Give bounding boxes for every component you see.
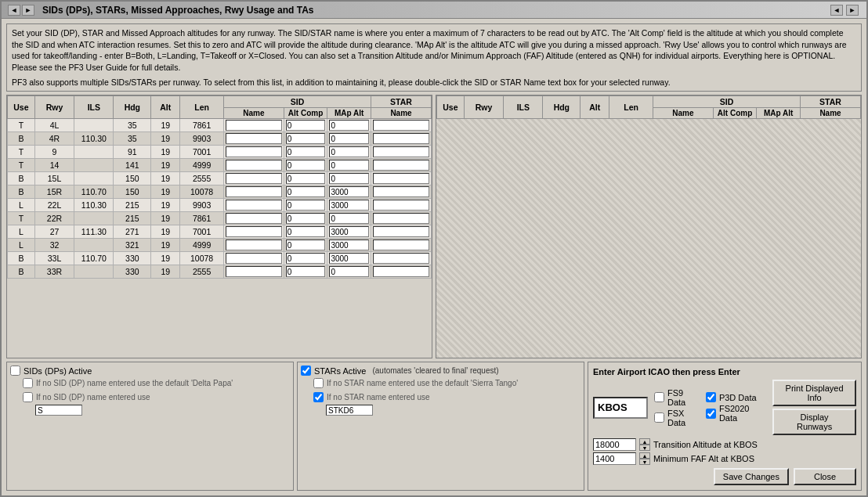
sid-mapalt-input[interactable] — [329, 226, 369, 237]
cell-sid-name[interactable] — [223, 185, 284, 199]
cell-sid-name[interactable] — [223, 146, 284, 159]
min-faf-spinner[interactable]: ▲ ▼ — [639, 452, 650, 465]
cell-sid-altcomp[interactable] — [284, 119, 327, 132]
sid-altcomp-input[interactable] — [286, 239, 326, 250]
star-name-input[interactable] — [373, 120, 429, 131]
cell-star-name[interactable] — [371, 185, 432, 199]
no-star-use-checkbox[interactable] — [313, 392, 324, 402]
min-faf-input[interactable] — [593, 452, 636, 465]
cell-sid-name[interactable] — [223, 119, 284, 132]
star-name-input[interactable] — [373, 213, 429, 224]
cell-star-name[interactable] — [371, 265, 432, 279]
sid-altcomp-input[interactable] — [286, 200, 326, 211]
sid-name-input[interactable] — [226, 133, 282, 144]
cell-sid-name[interactable] — [223, 132, 284, 146]
cell-sid-mapalt[interactable] — [327, 146, 371, 159]
cell-sid-altcomp[interactable] — [284, 212, 327, 225]
sid-name-input[interactable] — [226, 160, 282, 171]
cell-sid-name[interactable] — [223, 212, 284, 225]
sid-altcomp-input[interactable] — [286, 253, 326, 264]
cell-sid-altcomp[interactable] — [284, 185, 327, 199]
close-button[interactable]: Close — [794, 468, 856, 485]
sid-altcomp-input[interactable] — [286, 146, 326, 157]
sid-altcomp-input[interactable] — [286, 226, 326, 237]
sid-altcomp-input[interactable] — [286, 266, 326, 277]
sid-mapalt-input[interactable] — [329, 173, 369, 184]
star-name-input[interactable] — [373, 146, 429, 157]
sid-mapalt-input[interactable] — [329, 186, 369, 197]
left-table-container[interactable]: Use Rwy ILS Hdg Alt Len SID STAR Name — [7, 95, 432, 358]
cell-sid-altcomp[interactable] — [284, 225, 327, 239]
cell-sid-mapalt[interactable] — [327, 225, 371, 239]
sid-name-input[interactable] — [226, 120, 282, 131]
cell-sid-mapalt[interactable] — [327, 159, 371, 172]
minimize-btn[interactable]: ◄ — [830, 5, 843, 16]
cell-sid-name[interactable] — [223, 239, 284, 252]
sid-altcomp-input[interactable] — [286, 133, 326, 144]
sid-name-input[interactable] — [226, 213, 282, 224]
cell-sid-altcomp[interactable] — [284, 252, 327, 265]
p3d-checkbox[interactable] — [706, 392, 716, 402]
cell-sid-name[interactable] — [223, 265, 284, 279]
no-sid-use-input[interactable] — [35, 405, 82, 416]
sid-name-input[interactable] — [226, 186, 282, 197]
cell-sid-altcomp[interactable] — [284, 172, 327, 185]
fsx-checkbox[interactable] — [654, 412, 664, 423]
cell-sid-mapalt[interactable] — [327, 252, 371, 265]
cell-sid-altcomp[interactable] — [284, 239, 327, 252]
cell-sid-mapalt[interactable] — [327, 239, 371, 252]
cell-sid-mapalt[interactable] — [327, 132, 371, 146]
cell-sid-name[interactable] — [223, 172, 284, 185]
transition-altitude-spinner[interactable]: ▲ ▼ — [639, 438, 650, 451]
sid-name-input[interactable] — [226, 146, 282, 157]
star-name-input[interactable] — [373, 160, 429, 171]
cell-star-name[interactable] — [371, 199, 432, 212]
sid-name-input[interactable] — [226, 266, 282, 277]
save-changes-button[interactable]: Save Changes — [714, 468, 789, 485]
title-bar-right-btn[interactable]: ► — [22, 5, 34, 16]
cell-sid-mapalt[interactable] — [327, 172, 371, 185]
sid-name-input[interactable] — [226, 239, 282, 250]
star-name-input[interactable] — [373, 266, 429, 277]
cell-sid-name[interactable] — [223, 159, 284, 172]
cell-star-name[interactable] — [371, 132, 432, 146]
cell-sid-mapalt[interactable] — [327, 265, 371, 279]
cell-sid-altcomp[interactable] — [284, 132, 327, 146]
star-name-input[interactable] — [373, 200, 429, 211]
sid-altcomp-input[interactable] — [286, 120, 326, 131]
sid-altcomp-input[interactable] — [286, 173, 326, 184]
star-name-input[interactable] — [373, 253, 429, 264]
cell-sid-altcomp[interactable] — [284, 146, 327, 159]
sid-mapalt-input[interactable] — [329, 133, 369, 144]
star-name-input[interactable] — [373, 186, 429, 197]
min-faf-up[interactable]: ▲ — [639, 452, 650, 459]
fs2020-checkbox[interactable] — [706, 409, 716, 419]
cell-sid-mapalt[interactable] — [327, 212, 371, 225]
fs9-checkbox[interactable] — [654, 392, 664, 402]
sid-mapalt-input[interactable] — [329, 213, 369, 224]
sid-name-input[interactable] — [226, 200, 282, 211]
cell-star-name[interactable] — [371, 252, 432, 265]
transition-altitude-input[interactable] — [593, 438, 636, 451]
no-star-use-input[interactable] — [326, 405, 373, 416]
cell-sid-mapalt[interactable] — [327, 199, 371, 212]
cell-sid-altcomp[interactable] — [284, 265, 327, 279]
min-faf-down[interactable]: ▼ — [639, 459, 650, 465]
display-runways-button[interactable]: Display Runways — [772, 409, 856, 435]
cell-star-name[interactable] — [371, 159, 432, 172]
cell-sid-name[interactable] — [223, 199, 284, 212]
cell-star-name[interactable] — [371, 146, 432, 159]
cell-star-name[interactable] — [371, 212, 432, 225]
star-name-input[interactable] — [373, 173, 429, 184]
print-info-button[interactable]: Print Displayed Info — [772, 380, 856, 406]
sid-name-input[interactable] — [226, 226, 282, 237]
cell-sid-mapalt[interactable] — [327, 185, 371, 199]
cell-sid-altcomp[interactable] — [284, 199, 327, 212]
no-star-default-checkbox[interactable] — [313, 378, 324, 388]
stars-active-checkbox[interactable] — [301, 366, 311, 376]
cell-sid-name[interactable] — [223, 225, 284, 239]
cell-star-name[interactable] — [371, 119, 432, 132]
cell-sid-mapalt[interactable] — [327, 119, 371, 132]
transition-altitude-up[interactable]: ▲ — [639, 438, 650, 445]
sid-mapalt-input[interactable] — [329, 266, 369, 277]
